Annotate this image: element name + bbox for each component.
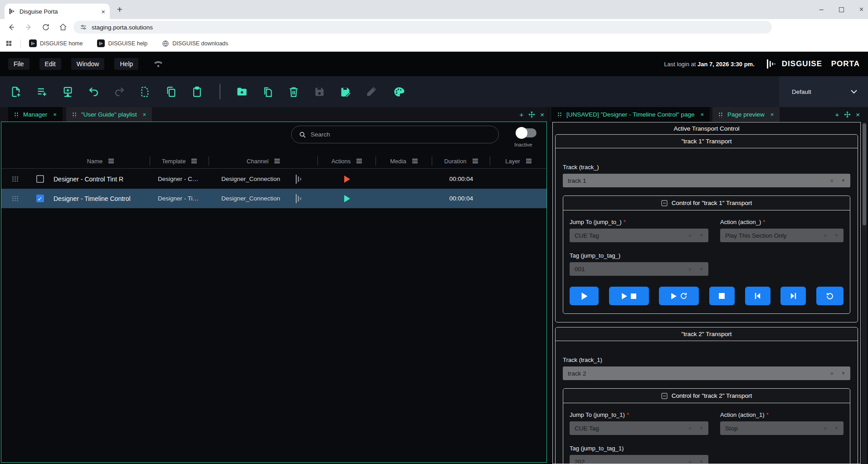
tab-close-icon[interactable]: × (101, 8, 105, 15)
window-close-icon[interactable]: × (859, 5, 863, 14)
skip-to-start-button[interactable] (745, 287, 770, 305)
new-tab-button[interactable]: + (117, 5, 122, 15)
menu-file[interactable]: File (8, 58, 29, 70)
drag-handle-icon[interactable] (72, 112, 77, 117)
move-panel-icon[interactable] (528, 111, 535, 118)
clear-icon[interactable]: × (830, 370, 834, 377)
tab-manager[interactable]: Manager × (8, 107, 63, 122)
scrollbar[interactable] (862, 122, 867, 464)
clear-icon[interactable]: × (823, 232, 827, 239)
column-header-template[interactable]: Template (150, 156, 209, 166)
clear-icon[interactable]: × (823, 425, 827, 432)
bookmark-disguise-home[interactable]: DISGUISE home (29, 39, 83, 47)
control-header[interactable]: Control for "track 2" Transport (563, 389, 850, 403)
clear-icon[interactable]: × (830, 177, 834, 184)
scrollbar-thumb[interactable] (863, 123, 866, 225)
theme-palette-icon[interactable] (393, 86, 405, 98)
menu-edit[interactable]: Edit (39, 58, 61, 70)
add-panel-icon[interactable]: + (835, 111, 839, 118)
bookmark-disguise-downloads[interactable]: DISGUISE downloads (162, 40, 228, 47)
dropdown-caret-icon[interactable]: ▼ (699, 459, 703, 464)
tab-unsaved-page[interactable]: [UNSAVED] "Designer - Timeline Control" … (551, 107, 710, 122)
forward-icon[interactable] (22, 20, 35, 34)
minimize-icon[interactable]: – (819, 5, 824, 14)
cut-page-icon[interactable] (139, 86, 151, 98)
column-header-actions[interactable]: Actions (318, 156, 376, 166)
save-icon[interactable] (313, 86, 326, 98)
column-menu-icon[interactable] (356, 159, 362, 163)
inactive-toggle[interactable] (517, 128, 536, 137)
column-menu-icon[interactable] (526, 159, 532, 163)
row-drag-handle-icon[interactable] (12, 176, 18, 182)
play-button[interactable] (570, 287, 599, 305)
reset-button[interactable] (816, 287, 844, 305)
clear-icon[interactable]: × (688, 266, 692, 273)
reload-icon[interactable] (39, 20, 53, 34)
menu-help[interactable]: Help (114, 58, 138, 70)
move-panel-icon[interactable] (844, 111, 851, 118)
play-loop-button[interactable] (659, 287, 699, 305)
tab-close-icon[interactable]: × (53, 111, 57, 118)
dropdown-caret-icon[interactable]: ▼ (699, 233, 703, 238)
search-box[interactable] (291, 126, 499, 143)
browser-tab[interactable]: Disguise Porta × (5, 4, 110, 19)
skip-to-end-button[interactable] (780, 287, 806, 305)
table-row[interactable]: Designer - Control Tint R Designer - C… … (1, 169, 546, 189)
jump-to-select[interactable]: CUE Tag ×▼ (570, 421, 708, 435)
table-row-selected[interactable]: ✓ Designer - Timeline Control Designer -… (1, 189, 546, 208)
action-select[interactable]: Stop ×▼ (720, 421, 844, 435)
jump-to-select[interactable]: CUE Tag ×▼ (570, 229, 708, 242)
import-device-icon[interactable] (62, 86, 74, 98)
paste-icon[interactable] (191, 86, 203, 98)
column-menu-icon[interactable] (412, 159, 418, 163)
row-checkbox-checked[interactable]: ✓ (36, 195, 44, 202)
undo-icon[interactable] (88, 86, 100, 98)
close-panel-icon[interactable]: × (856, 111, 860, 118)
new-page-icon[interactable] (10, 86, 22, 98)
drag-handle-icon[interactable] (557, 112, 562, 117)
close-panel-icon[interactable]: × (540, 111, 544, 118)
edit-icon[interactable] (365, 86, 377, 98)
row-play-button[interactable] (318, 195, 376, 203)
action-select[interactable]: Play This Section Only ×▼ (720, 229, 844, 242)
dropdown-caret-icon[interactable]: ▼ (699, 267, 703, 271)
track-select[interactable]: track 1 × ▼ (563, 174, 850, 187)
redo-icon[interactable] (113, 86, 126, 98)
column-header-name[interactable]: Name (51, 156, 150, 166)
column-menu-icon[interactable] (473, 159, 478, 163)
search-input[interactable] (311, 131, 474, 138)
tab-close-icon[interactable]: × (700, 111, 704, 118)
bookmark-disguise-help[interactable]: DISGUISE help (97, 39, 147, 47)
delete-icon[interactable] (288, 86, 300, 98)
back-icon[interactable] (5, 20, 18, 34)
dropdown-caret-icon[interactable]: ▼ (834, 233, 839, 238)
tab-close-icon[interactable]: × (770, 111, 774, 118)
duplicate-pages-icon[interactable] (262, 86, 274, 98)
clear-icon[interactable]: × (688, 425, 692, 432)
play-stop-button[interactable] (609, 287, 649, 305)
column-menu-icon[interactable] (191, 159, 197, 163)
dropdown-caret-icon[interactable]: ▼ (699, 426, 703, 430)
column-header-duration[interactable]: Duration (432, 156, 490, 166)
maximize-icon[interactable] (839, 7, 844, 12)
column-header-channel[interactable]: Channel (209, 156, 318, 166)
stop-button[interactable] (709, 287, 735, 305)
save-as-icon[interactable] (339, 86, 351, 98)
preset-select[interactable]: Default (779, 76, 868, 107)
control-header[interactable]: Control for "track 1" Transport (563, 196, 850, 210)
drag-handle-icon[interactable] (14, 112, 19, 117)
row-play-button[interactable] (318, 175, 376, 183)
tag-select[interactable]: 001 ×▼ (570, 262, 708, 276)
dropdown-caret-icon[interactable]: ▼ (841, 371, 845, 376)
menu-window[interactable]: Window (71, 58, 105, 70)
drag-handle-icon[interactable] (718, 112, 723, 117)
row-drag-handle-icon[interactable] (12, 195, 18, 201)
row-checkbox[interactable] (36, 175, 44, 183)
column-menu-icon[interactable] (108, 159, 114, 163)
copy-icon[interactable] (165, 86, 177, 98)
tab-user-guide-playlist[interactable]: "User Guide" playlist × (66, 107, 152, 122)
track-select[interactable]: track 2 × ▼ (563, 366, 850, 380)
column-menu-icon[interactable] (274, 159, 280, 163)
tab-page-preview[interactable]: Page preview × (712, 107, 780, 122)
clear-icon[interactable]: × (688, 459, 692, 464)
